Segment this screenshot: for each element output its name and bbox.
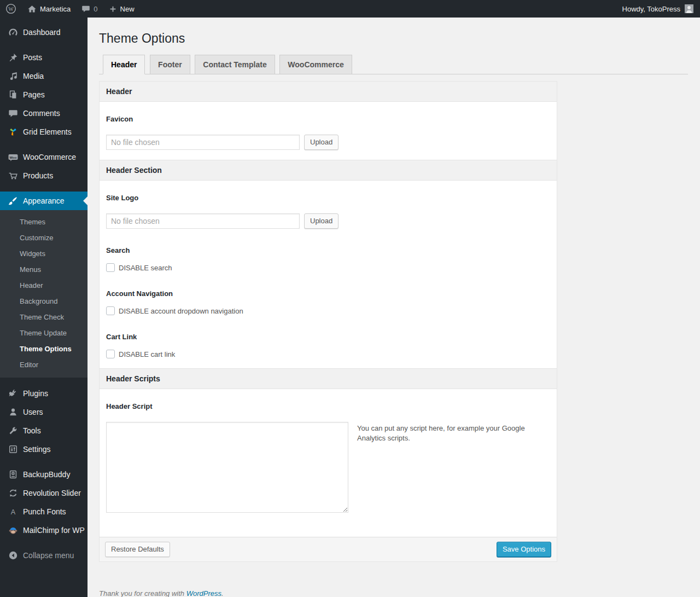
sidebar-item-media[interactable]: Media	[0, 67, 88, 85]
avatar	[685, 4, 693, 13]
sidebar-item-dashboard[interactable]: Dashboard	[0, 23, 88, 42]
section-header-section-title: Header Section	[100, 160, 557, 181]
tab-contact-template[interactable]: Contact Template	[195, 55, 275, 74]
disable-cart-link-checkbox[interactable]	[106, 350, 115, 358]
comment-count: 0	[94, 5, 97, 13]
menu-separator	[0, 42, 88, 48]
backup-drive-icon	[8, 469, 19, 480]
sidebar-item-label: Appearance	[23, 196, 65, 205]
tab-footer[interactable]: Footer	[150, 55, 190, 74]
comment-bubble-icon	[81, 4, 90, 13]
sidebar-item-label: Tools	[23, 426, 41, 435]
cart-link-label: Cart Link	[106, 333, 550, 341]
submenu-item-themes[interactable]: Themes	[0, 214, 88, 230]
disable-search-checkbox[interactable]	[106, 263, 115, 272]
header-section-fields: Site Logo Upload Search DISABLE search A…	[100, 181, 557, 368]
header-script-textarea[interactable]	[106, 422, 348, 513]
site-logo-upload-button[interactable]: Upload	[304, 213, 339, 229]
disable-search-row: DISABLE search	[106, 263, 550, 272]
sidebar-item-grid-elements[interactable]: Grid Elements	[0, 123, 88, 141]
circular-arrows-icon	[8, 488, 19, 499]
header-script-label: Header Script	[106, 402, 550, 411]
save-options-button[interactable]: Save Options	[497, 542, 551, 557]
dashboard-icon	[8, 27, 19, 38]
submenu-item-customize[interactable]: Customize	[0, 230, 88, 246]
submenu-item-menus[interactable]: Menus	[0, 262, 88, 277]
tab-header[interactable]: Header	[103, 55, 145, 74]
sidebar-item-posts[interactable]: Posts	[0, 48, 88, 67]
site-link[interactable]: Marketica	[22, 0, 76, 18]
submenu-item-background[interactable]: Background	[0, 293, 88, 309]
sidebar-item-label: Posts	[23, 53, 42, 62]
sidebar-item-comments[interactable]: Comments	[0, 104, 88, 123]
wrench-icon	[8, 425, 19, 436]
sidebar-item-woocommerce[interactable]: Woo WooCommerce	[0, 148, 88, 166]
sidebar-item-backupbuddy[interactable]: BackupBuddy	[0, 465, 88, 484]
submenu-item-theme-check[interactable]: Theme Check	[0, 309, 88, 325]
disable-cart-link-row: DISABLE cart link	[106, 350, 550, 358]
theme-options-panel: Header Favicon Upload Header Section Sit…	[99, 81, 557, 562]
disable-account-nav-row: DISABLE account dropdown navigation	[106, 306, 550, 315]
sidebar-item-users[interactable]: Users	[0, 403, 88, 421]
restore-defaults-button[interactable]: Restore Defaults	[105, 542, 170, 557]
favicon-section: Favicon Upload	[100, 102, 557, 160]
footer-thanks-text: Thank you for creating with WordPress.	[99, 589, 224, 597]
sidebar-item-label: Grid Elements	[23, 127, 72, 136]
footer-period: .	[221, 589, 224, 597]
header-script-help-text: You can put any script here, for example…	[357, 422, 527, 443]
sidebar-item-label: Products	[23, 171, 53, 180]
section-header-title: Header	[100, 82, 557, 102]
plus-icon	[109, 5, 117, 13]
favicon-upload-button[interactable]: Upload	[304, 135, 339, 150]
wordpress-logo-icon: W	[5, 3, 16, 14]
comments-shortcut[interactable]: 0	[76, 0, 103, 18]
submenu-item-editor[interactable]: Editor	[0, 357, 88, 373]
sidebar-item-punch-fonts[interactable]: A Punch Fonts	[0, 502, 88, 521]
submenu-item-widgets[interactable]: Widgets	[0, 246, 88, 262]
account-navigation-label: Account Navigation	[106, 289, 550, 298]
section-header-scripts-title: Header Scripts	[100, 368, 557, 389]
sidebar-item-label: Dashboard	[23, 28, 61, 37]
admin-bar-account[interactable]: Howdy, TokoPress	[622, 4, 700, 13]
wordpress-link[interactable]: WordPress	[186, 589, 221, 597]
menu-separator	[0, 459, 88, 465]
disable-account-nav-checkbox[interactable]	[106, 306, 115, 315]
sidebar-item-products[interactable]: Products	[0, 166, 88, 185]
page-footer: Thank you for creating with WordPress.	[99, 589, 557, 597]
sidebar-item-label: Settings	[23, 445, 51, 454]
tab-woocommerce[interactable]: WooCommerce	[279, 55, 352, 74]
site-logo-file-input[interactable]	[106, 213, 300, 229]
sidebar-item-label: Media	[23, 72, 44, 80]
submenu-item-theme-options[interactable]: Theme Options	[0, 341, 88, 357]
new-content-button[interactable]: New	[103, 0, 140, 18]
media-note-icon	[8, 71, 19, 82]
collapse-menu-button[interactable]: Collapse menu	[0, 546, 88, 565]
menu-separator	[0, 378, 88, 384]
sidebar-item-revolution-slider[interactable]: Revolution Slider	[0, 484, 88, 502]
submenu-item-header[interactable]: Header	[0, 277, 88, 293]
sidebar-item-label: Revolution Slider	[23, 489, 81, 497]
admin-sidebar: Dashboard Posts Media Pages Commen	[0, 18, 88, 597]
sidebar-item-pages[interactable]: Pages	[0, 85, 88, 104]
pushpin-icon	[8, 52, 19, 63]
svg-text:W: W	[8, 6, 14, 12]
svg-text:Woo: Woo	[10, 156, 17, 159]
sidebar-item-appearance[interactable]: Appearance	[0, 192, 88, 210]
favicon-file-input[interactable]	[106, 135, 300, 150]
paintbrush-icon	[8, 195, 19, 206]
sidebar-item-plugins[interactable]: Plugins	[0, 384, 88, 403]
home-icon	[27, 4, 37, 14]
menu-separator	[0, 185, 88, 192]
sidebar-item-label: Users	[23, 408, 43, 416]
sidebar-item-mailchimp[interactable]: MailChimp for WP	[0, 521, 88, 540]
menu-separator	[0, 540, 88, 546]
panel-footer: Restore Defaults Save Options	[100, 537, 557, 561]
svg-text:A: A	[11, 508, 16, 516]
submenu-item-theme-update[interactable]: Theme Update	[0, 325, 88, 341]
sidebar-item-tools[interactable]: Tools	[0, 421, 88, 440]
sidebar-item-label: Plugins	[23, 389, 48, 398]
favicon-label: Favicon	[106, 115, 550, 124]
main-content: Theme Options Header Footer Contact Temp…	[88, 0, 700, 597]
sidebar-item-settings[interactable]: Settings	[0, 440, 88, 459]
wordpress-menu-button[interactable]: W	[0, 0, 22, 18]
